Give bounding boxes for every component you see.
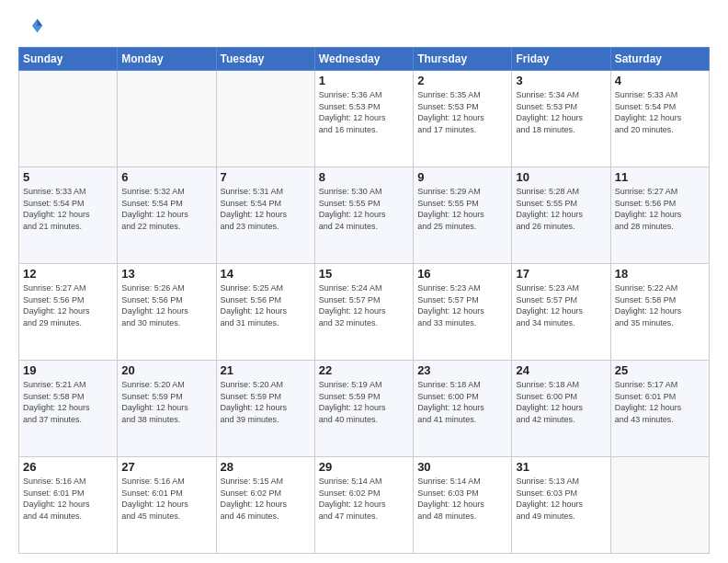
day-number: 11 — [615, 170, 705, 184]
calendar-cell: 13Sunrise: 5:26 AM Sunset: 5:56 PM Dayli… — [118, 264, 216, 361]
day-info: Sunrise: 5:20 AM Sunset: 5:59 PM Dayligh… — [121, 379, 211, 425]
calendar-cell: 26Sunrise: 5:16 AM Sunset: 6:01 PM Dayli… — [19, 457, 118, 554]
day-info: Sunrise: 5:14 AM Sunset: 6:03 PM Dayligh… — [417, 476, 507, 522]
weekday-tuesday: Tuesday — [216, 48, 314, 71]
calendar-cell: 28Sunrise: 5:15 AM Sunset: 6:02 PM Dayli… — [216, 457, 314, 554]
day-number: 13 — [121, 267, 211, 281]
calendar-cell: 3Sunrise: 5:34 AM Sunset: 5:53 PM Daylig… — [512, 71, 610, 167]
day-number: 17 — [516, 267, 606, 281]
calendar-cell: 30Sunrise: 5:14 AM Sunset: 6:03 PM Dayli… — [414, 457, 512, 554]
calendar-cell: 18Sunrise: 5:22 AM Sunset: 5:58 PM Dayli… — [610, 264, 709, 361]
weekday-sunday: Sunday — [19, 48, 118, 71]
calendar-cell: 31Sunrise: 5:13 AM Sunset: 6:03 PM Dayli… — [512, 457, 610, 554]
calendar-cell — [19, 71, 118, 167]
day-info: Sunrise: 5:25 AM Sunset: 5:56 PM Dayligh… — [221, 282, 311, 328]
day-info: Sunrise: 5:36 AM Sunset: 5:53 PM Dayligh… — [319, 89, 409, 135]
day-info: Sunrise: 5:32 AM Sunset: 5:54 PM Dayligh… — [121, 186, 211, 232]
calendar-cell: 24Sunrise: 5:18 AM Sunset: 6:00 PM Dayli… — [512, 361, 610, 457]
calendar-cell: 1Sunrise: 5:36 AM Sunset: 5:53 PM Daylig… — [314, 71, 413, 167]
day-info: Sunrise: 5:21 AM Sunset: 5:58 PM Dayligh… — [23, 379, 113, 425]
day-info: Sunrise: 5:19 AM Sunset: 5:59 PM Dayligh… — [319, 379, 409, 425]
day-number: 7 — [221, 170, 311, 184]
day-number: 25 — [615, 363, 705, 377]
weekday-thursday: Thursday — [414, 48, 512, 71]
weekday-monday: Monday — [118, 48, 216, 71]
day-info: Sunrise: 5:33 AM Sunset: 5:54 PM Dayligh… — [615, 89, 705, 135]
calendar-cell: 17Sunrise: 5:23 AM Sunset: 5:57 PM Dayli… — [512, 264, 610, 361]
day-number: 27 — [121, 460, 211, 474]
day-number: 4 — [615, 74, 705, 87]
day-number: 19 — [23, 363, 113, 377]
day-number: 9 — [417, 170, 507, 184]
day-number: 5 — [23, 170, 113, 184]
svg-marker-1 — [38, 19, 43, 26]
day-number: 23 — [417, 363, 507, 377]
day-info: Sunrise: 5:18 AM Sunset: 6:00 PM Dayligh… — [516, 379, 606, 425]
day-info: Sunrise: 5:15 AM Sunset: 6:02 PM Dayligh… — [221, 476, 311, 522]
calendar-cell — [216, 71, 314, 167]
day-info: Sunrise: 5:13 AM Sunset: 6:03 PM Dayligh… — [516, 476, 606, 522]
day-info: Sunrise: 5:35 AM Sunset: 5:53 PM Dayligh… — [417, 89, 507, 135]
day-number: 18 — [615, 267, 705, 281]
calendar-cell: 12Sunrise: 5:27 AM Sunset: 5:56 PM Dayli… — [19, 264, 118, 361]
logo — [18, 14, 48, 40]
calendar-week-1: 5Sunrise: 5:33 AM Sunset: 5:54 PM Daylig… — [19, 167, 710, 264]
day-number: 31 — [516, 460, 606, 474]
day-number: 24 — [516, 363, 606, 377]
day-number: 2 — [417, 74, 507, 87]
day-info: Sunrise: 5:31 AM Sunset: 5:54 PM Dayligh… — [221, 186, 311, 232]
day-info: Sunrise: 5:28 AM Sunset: 5:55 PM Dayligh… — [516, 186, 606, 232]
day-number: 26 — [23, 460, 113, 474]
calendar-cell: 5Sunrise: 5:33 AM Sunset: 5:54 PM Daylig… — [19, 167, 118, 264]
calendar-cell: 9Sunrise: 5:29 AM Sunset: 5:55 PM Daylig… — [414, 167, 512, 264]
page: SundayMondayTuesdayWednesdayThursdayFrid… — [0, 0, 728, 563]
day-number: 15 — [319, 267, 409, 281]
day-info: Sunrise: 5:30 AM Sunset: 5:55 PM Dayligh… — [319, 186, 409, 232]
calendar-cell: 25Sunrise: 5:17 AM Sunset: 6:01 PM Dayli… — [610, 361, 709, 457]
calendar-cell: 21Sunrise: 5:20 AM Sunset: 5:59 PM Dayli… — [216, 361, 314, 457]
calendar-cell: 22Sunrise: 5:19 AM Sunset: 5:59 PM Dayli… — [314, 361, 413, 457]
logo-icon — [18, 14, 44, 40]
calendar-week-0: 1Sunrise: 5:36 AM Sunset: 5:53 PM Daylig… — [19, 71, 710, 167]
calendar-cell: 6Sunrise: 5:32 AM Sunset: 5:54 PM Daylig… — [118, 167, 216, 264]
calendar-week-2: 12Sunrise: 5:27 AM Sunset: 5:56 PM Dayli… — [19, 264, 710, 361]
day-info: Sunrise: 5:17 AM Sunset: 6:01 PM Dayligh… — [615, 379, 705, 425]
day-number: 8 — [319, 170, 409, 184]
day-number: 29 — [319, 460, 409, 474]
day-info: Sunrise: 5:27 AM Sunset: 5:56 PM Dayligh… — [615, 186, 705, 232]
calendar-cell: 7Sunrise: 5:31 AM Sunset: 5:54 PM Daylig… — [216, 167, 314, 264]
day-number: 6 — [121, 170, 211, 184]
day-info: Sunrise: 5:23 AM Sunset: 5:57 PM Dayligh… — [417, 282, 507, 328]
calendar-cell: 27Sunrise: 5:16 AM Sunset: 6:01 PM Dayli… — [118, 457, 216, 554]
calendar-cell: 10Sunrise: 5:28 AM Sunset: 5:55 PM Dayli… — [512, 167, 610, 264]
day-info: Sunrise: 5:23 AM Sunset: 5:57 PM Dayligh… — [516, 282, 606, 328]
day-info: Sunrise: 5:16 AM Sunset: 6:01 PM Dayligh… — [121, 476, 211, 522]
day-info: Sunrise: 5:26 AM Sunset: 5:56 PM Dayligh… — [121, 282, 211, 328]
day-number: 30 — [417, 460, 507, 474]
calendar-cell: 16Sunrise: 5:23 AM Sunset: 5:57 PM Dayli… — [414, 264, 512, 361]
day-info: Sunrise: 5:16 AM Sunset: 6:01 PM Dayligh… — [23, 476, 113, 522]
weekday-header-row: SundayMondayTuesdayWednesdayThursdayFrid… — [19, 48, 710, 71]
day-number: 20 — [121, 363, 211, 377]
calendar-cell: 20Sunrise: 5:20 AM Sunset: 5:59 PM Dayli… — [118, 361, 216, 457]
day-info: Sunrise: 5:22 AM Sunset: 5:58 PM Dayligh… — [615, 282, 705, 328]
calendar-cell — [118, 71, 216, 167]
weekday-wednesday: Wednesday — [314, 48, 413, 71]
calendar-cell: 2Sunrise: 5:35 AM Sunset: 5:53 PM Daylig… — [414, 71, 512, 167]
calendar-week-3: 19Sunrise: 5:21 AM Sunset: 5:58 PM Dayli… — [19, 361, 710, 457]
day-number: 22 — [319, 363, 409, 377]
calendar-cell — [610, 457, 709, 554]
calendar-cell: 23Sunrise: 5:18 AM Sunset: 6:00 PM Dayli… — [414, 361, 512, 457]
calendar-cell: 29Sunrise: 5:14 AM Sunset: 6:02 PM Dayli… — [314, 457, 413, 554]
calendar-table: SundayMondayTuesdayWednesdayThursdayFrid… — [18, 47, 710, 554]
day-number: 1 — [319, 74, 409, 87]
day-number: 14 — [221, 267, 311, 281]
day-info: Sunrise: 5:29 AM Sunset: 5:55 PM Dayligh… — [417, 186, 507, 232]
day-info: Sunrise: 5:33 AM Sunset: 5:54 PM Dayligh… — [23, 186, 113, 232]
day-info: Sunrise: 5:24 AM Sunset: 5:57 PM Dayligh… — [319, 282, 409, 328]
day-info: Sunrise: 5:18 AM Sunset: 6:00 PM Dayligh… — [417, 379, 507, 425]
calendar-cell: 15Sunrise: 5:24 AM Sunset: 5:57 PM Dayli… — [314, 264, 413, 361]
day-number: 3 — [516, 74, 606, 87]
calendar-cell: 8Sunrise: 5:30 AM Sunset: 5:55 PM Daylig… — [314, 167, 413, 264]
day-info: Sunrise: 5:14 AM Sunset: 6:02 PM Dayligh… — [319, 476, 409, 522]
